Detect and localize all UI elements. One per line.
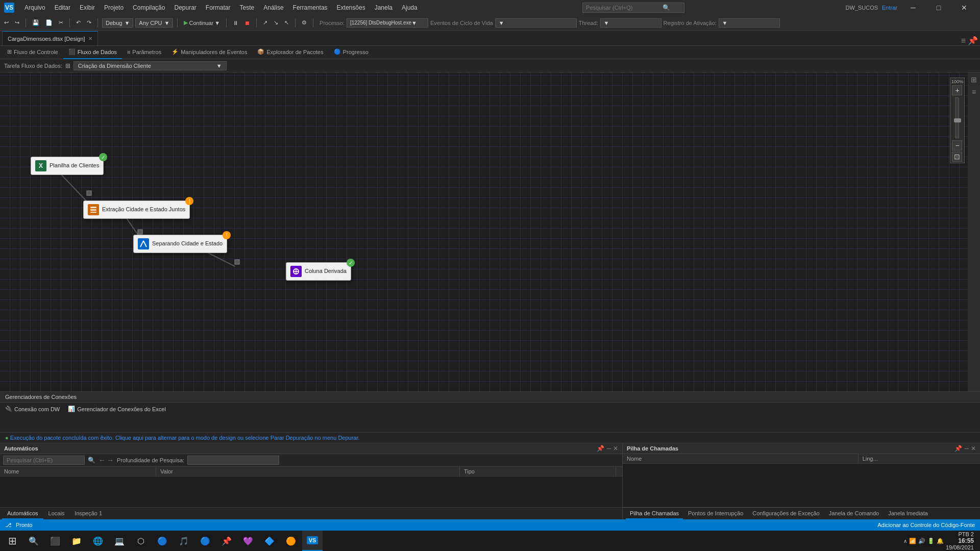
stop-button[interactable]: ⏹ <box>242 19 252 27</box>
node-planilha-clientes[interactable]: X Planilha de Clientes ✓ <box>31 157 104 175</box>
edge-button[interactable]: 🌐 <box>88 531 108 551</box>
menu-projeto[interactable]: Projeto <box>100 2 128 13</box>
close-button[interactable]: ✕ <box>952 0 976 15</box>
menu-editar[interactable]: Editar <box>51 2 75 13</box>
menu-depurar[interactable]: Depurar <box>170 2 200 13</box>
info-message[interactable]: Execução do pacote concluída com êxito. … <box>10 435 360 441</box>
tab-pin-icon[interactable]: 📌 <box>968 36 978 45</box>
tab-progresso[interactable]: 🔵 Progresso <box>329 46 374 59</box>
volume-icon[interactable]: 🔊 <box>918 538 925 544</box>
login-button[interactable]: Entrar <box>882 5 897 11</box>
side-icon-1[interactable]: ⊞ <box>969 74 979 85</box>
side-icon-2[interactable]: ≡ <box>969 87 979 97</box>
menu-compilacao[interactable]: Compilação <box>129 2 169 13</box>
callstack-minimize-icon[interactable]: ─ <box>964 445 969 452</box>
zoom-out-button[interactable]: − <box>952 140 962 151</box>
auto-panel-pin-icon[interactable]: 📌 <box>597 445 604 452</box>
app5-button[interactable]: 🔵 <box>152 531 173 551</box>
btab-automaticos[interactable]: Automáticos <box>2 508 43 519</box>
search-button[interactable]: 🔍 <box>23 531 44 551</box>
file-explorer-button[interactable]: 📁 <box>66 531 87 551</box>
auto-panel-minimize-icon[interactable]: ─ <box>606 445 611 452</box>
toolbar-back[interactable]: ↩ <box>2 18 11 27</box>
minimize-button[interactable]: ─ <box>901 0 925 15</box>
maximize-button[interactable]: □ <box>927 0 950 15</box>
events-dropdown[interactable]: ▼ <box>495 18 577 28</box>
nav-back-icon[interactable]: ← <box>99 456 106 464</box>
toolbar-save[interactable]: 💾 <box>30 18 41 27</box>
step-over[interactable]: ↗ <box>261 18 270 27</box>
btab-locais[interactable]: Locais <box>43 508 70 519</box>
app4-button[interactable]: ⬡ <box>131 531 151 551</box>
app6-button[interactable]: 🎵 <box>174 531 194 551</box>
node-coluna-derivada[interactable]: Coluna Derivada ✓ <box>286 262 351 281</box>
toolbar-cut[interactable]: ✂ <box>57 18 65 27</box>
menu-extensoes[interactable]: Extensões <box>333 2 370 13</box>
tray-chevron-icon[interactable]: ∧ <box>903 538 907 544</box>
dbtab-pilha[interactable]: Pilha de Chamadas <box>626 508 683 519</box>
dbtab-configuracoes[interactable]: Configurações de Exceção <box>748 508 823 519</box>
app11-button[interactable]: 🟠 <box>281 531 301 551</box>
cpu-dropdown[interactable]: Any CPU ▼ <box>135 18 173 28</box>
toolbar-redo[interactable]: ↷ <box>85 18 93 27</box>
zoom-slider[interactable] <box>955 97 959 138</box>
debug-mode-dropdown[interactable]: Debug ▼ <box>102 18 133 28</box>
process-dropdown[interactable]: [12256] DtsDebugHost.exe ▼ <box>347 18 428 28</box>
menu-formatar[interactable]: Formatar <box>202 2 235 13</box>
menu-ajuda[interactable]: Ajuda <box>398 2 422 13</box>
dbtab-pontos[interactable]: Pontos de Interrupção <box>684 508 747 519</box>
tab-fluxo-dados[interactable]: ⬛ Fluxo de Dados <box>63 46 122 59</box>
task-dropdown[interactable]: Criação da Dimensão Cliente ▼ <box>74 61 227 70</box>
global-search[interactable]: 🔍 <box>582 3 684 13</box>
step-into[interactable]: ↘ <box>272 18 280 27</box>
depth-input[interactable] <box>187 456 279 465</box>
nav-forward-icon[interactable]: → <box>107 456 114 464</box>
thread-dropdown[interactable]: ▼ <box>600 18 662 28</box>
search-input[interactable] <box>586 5 663 11</box>
activation-dropdown[interactable]: ▼ <box>719 18 780 28</box>
notification-icon[interactable]: 🔔 <box>937 538 944 544</box>
menu-arquivo[interactable]: Arquivo <box>20 2 50 13</box>
continue-button[interactable]: ▶ Continuar ▼ <box>182 18 222 27</box>
dbtab-imediata[interactable]: Janela Imediata <box>884 508 932 519</box>
conn-item-dw[interactable]: 🔌 Conexão com DW <box>5 406 60 412</box>
doc-tab-cargadimensoes[interactable]: CargaDimensoes.dtsx [Design] ✕ <box>2 31 98 45</box>
app8-button[interactable]: 📌 <box>216 531 237 551</box>
menu-exibir[interactable]: Exibir <box>76 2 99 13</box>
vs-button[interactable]: VS <box>302 531 323 551</box>
auto-search-input[interactable] <box>3 456 85 465</box>
zoom-in-button[interactable]: + <box>952 85 962 95</box>
menu-janela[interactable]: Janela <box>371 2 397 13</box>
btab-inspecao1[interactable]: Inspeção 1 <box>69 508 107 519</box>
app9-button[interactable]: 💜 <box>238 531 258 551</box>
pause-button[interactable]: ⏸ <box>231 19 240 27</box>
dbtab-comando[interactable]: Janela de Comando <box>825 508 883 519</box>
app7-button[interactable]: 🔵 <box>195 531 215 551</box>
zoom-fit-button[interactable]: ⊡ <box>952 152 962 162</box>
toolbar-forward[interactable]: ↪ <box>13 18 21 27</box>
menu-analise[interactable]: Análise <box>259 2 287 13</box>
conn-item-excel[interactable]: 📊 Gerenciador de Conexões do Excel <box>68 406 166 412</box>
doc-tab-close-icon[interactable]: ✕ <box>88 36 92 41</box>
menu-teste[interactable]: Teste <box>236 2 259 13</box>
callstack-pin-icon[interactable]: 📌 <box>954 445 962 452</box>
tab-parametros[interactable]: ≡ Parâmetros <box>122 46 166 59</box>
node-extracao-cidade-estado[interactable]: Extração Cidade e Estado Juntos ! <box>83 201 190 219</box>
task-view-button[interactable]: ⬛ <box>45 531 65 551</box>
breakpoints[interactable]: ⚙ <box>300 18 309 27</box>
app10-button[interactable]: 🔷 <box>259 531 280 551</box>
step-out[interactable]: ↖ <box>282 18 291 27</box>
tab-explorador[interactable]: 📦 Explorador de Pacotes <box>252 46 328 59</box>
node-separando-cidade-estado[interactable]: Separando Cidade e Estado ! <box>133 235 227 253</box>
toolbar-save-all[interactable]: 📄 <box>43 18 55 27</box>
battery-icon[interactable]: 🔋 <box>927 538 935 544</box>
menu-ferramentas[interactable]: Ferramentas <box>289 2 332 13</box>
clock-section[interactable]: PTB 2 16:55 19/08/2021 <box>946 531 974 550</box>
app3-button[interactable]: 💻 <box>109 531 130 551</box>
source-control-label[interactable]: Adicionar ao Controle do Código-Fonte <box>877 522 975 528</box>
start-button[interactable]: ⊞ <box>2 531 22 551</box>
callstack-close-icon[interactable]: ✕ <box>971 445 976 452</box>
tab-manipuladores[interactable]: ⚡ Manipuladores de Eventos <box>166 46 252 59</box>
auto-panel-close-icon[interactable]: ✕ <box>613 445 618 452</box>
search-icon[interactable]: 🔍 <box>88 457 95 464</box>
